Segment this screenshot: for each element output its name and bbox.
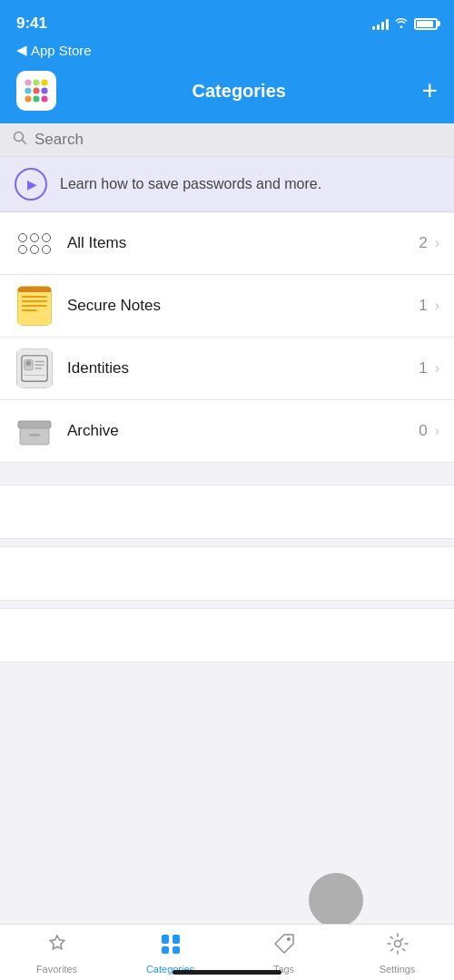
svg-rect-9 <box>18 421 51 428</box>
list-item-count: 0 <box>419 422 427 440</box>
tab-favorites-label: Favorites <box>36 964 77 975</box>
app-icon <box>16 71 56 111</box>
settings-icon <box>386 932 410 961</box>
list-item[interactable]: All Items 2 › <box>0 212 454 275</box>
all-items-icon <box>15 223 54 263</box>
status-icons <box>372 16 438 31</box>
svg-rect-12 <box>162 935 169 944</box>
spacer-section-1 <box>0 485 454 539</box>
status-bar: 9:41 <box>0 0 454 40</box>
secure-notes-icon <box>15 286 54 326</box>
search-bar <box>0 123 454 157</box>
list-item-count: 2 <box>419 234 427 252</box>
identities-icon <box>15 348 54 388</box>
chevron-right-icon: › <box>435 235 439 251</box>
chevron-right-icon: › <box>435 423 439 439</box>
play-button[interactable]: ▶ <box>15 168 47 201</box>
tab-favorites[interactable]: Favorites <box>0 932 114 980</box>
svg-rect-11 <box>29 434 40 436</box>
svg-point-4 <box>26 361 32 367</box>
list-item-label: Secure Notes <box>67 297 419 315</box>
list-item-count: 1 <box>419 297 427 315</box>
nav-bar: Categories + <box>0 64 454 123</box>
svg-point-17 <box>394 941 400 947</box>
promo-text: Learn how to save passwords and more. <box>60 176 321 192</box>
svg-line-1 <box>23 141 26 144</box>
chevron-right-icon: › <box>435 360 439 377</box>
tags-icon <box>272 932 296 961</box>
tab-settings-label: Settings <box>380 964 416 975</box>
battery-icon <box>414 18 438 30</box>
wifi-icon <box>394 16 409 31</box>
favorites-icon <box>45 932 69 961</box>
home-indicator <box>173 970 281 975</box>
list-item[interactable]: Identities 1 › <box>0 338 454 400</box>
list-item[interactable]: Archive 0 › <box>0 400 454 463</box>
svg-point-16 <box>287 937 291 941</box>
svg-rect-13 <box>173 935 180 944</box>
list-item-label: Identities <box>67 359 419 377</box>
svg-rect-14 <box>162 946 169 954</box>
signal-icon <box>372 18 389 30</box>
categories-list: All Items 2 › Secure Notes 1 › <box>0 212 454 463</box>
back-arrow-icon: ◀ <box>16 42 27 58</box>
categories-icon <box>159 932 183 961</box>
spacer-section-2 <box>0 546 454 601</box>
add-button[interactable]: + <box>421 77 438 104</box>
search-input[interactable] <box>35 131 441 149</box>
list-item-count: 1 <box>419 359 427 377</box>
search-icon <box>13 131 27 149</box>
tab-settings[interactable]: Settings <box>340 932 454 980</box>
nav-back[interactable]: ◀ App Store <box>0 40 454 64</box>
svg-rect-15 <box>173 946 180 954</box>
content-area: All Items 2 › Secure Notes 1 › <box>0 212 454 938</box>
chevron-right-icon: › <box>435 298 439 314</box>
spacer-section-3 <box>0 608 454 662</box>
archive-icon <box>15 411 54 451</box>
back-label: App Store <box>31 43 92 58</box>
play-icon: ▶ <box>27 177 37 191</box>
list-item-label: All Items <box>67 234 419 252</box>
page-title: Categories <box>192 81 286 102</box>
list-item-label: Archive <box>67 422 419 440</box>
list-item[interactable]: Secure Notes 1 › <box>0 275 454 338</box>
promo-banner[interactable]: ▶ Learn how to save passwords and more. <box>0 157 454 212</box>
drag-handle[interactable] <box>309 873 363 927</box>
status-time: 9:41 <box>16 15 47 33</box>
